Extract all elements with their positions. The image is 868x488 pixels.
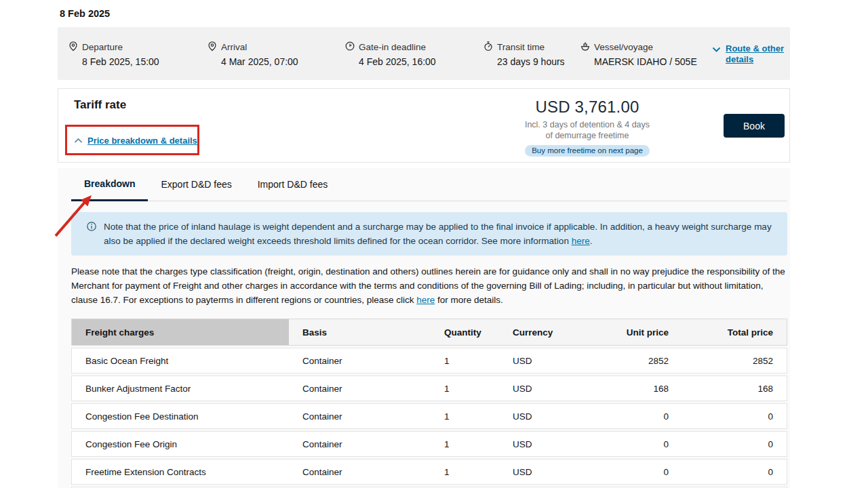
- charge-unit-price: 0: [574, 460, 669, 484]
- header-total-price: Total price: [669, 319, 787, 345]
- haulage-info-note: Note that the price of inland haulage is…: [71, 212, 787, 256]
- charge-unit-price: 168: [574, 376, 669, 401]
- disclaimer-here-link[interactable]: here: [416, 295, 435, 305]
- charge-basis: Container: [289, 460, 431, 484]
- charge-total-price: 2852: [669, 348, 787, 373]
- charge-currency: USD: [499, 376, 574, 401]
- summary-item-departure: Departure 8 Feb 2025, 15:00: [68, 41, 159, 67]
- summary-value: MAERSK IDAHO / 505E: [594, 56, 697, 67]
- summary-label: Gate-in deadline: [359, 42, 426, 52]
- charge-name: Basic Ocean Freight: [72, 348, 289, 373]
- charge-name: Freetime Extension Contracts: [72, 460, 289, 484]
- location-pin-icon: [68, 41, 79, 54]
- clock-icon: [344, 41, 355, 54]
- charge-basis: Container: [289, 348, 431, 373]
- note-text: Note that the price of inland haulage is…: [104, 220, 774, 256]
- charge-quantity: 1: [431, 460, 499, 484]
- charge-quantity: 1: [431, 348, 499, 373]
- table-row: Congestion Fee Origin Container 1 USD 0 …: [71, 431, 787, 457]
- header-quantity: Quantity: [431, 319, 499, 345]
- charge-currency: USD: [499, 432, 574, 456]
- note-text-body: Note that the price of inland haulage is…: [104, 222, 772, 246]
- summary-value: 23 days 9 hours: [497, 56, 565, 67]
- charge-currency: USD: [499, 348, 574, 373]
- summary-value: 4 Feb 2025, 16:00: [359, 56, 436, 67]
- tariff-price: USD 3,761.00: [506, 98, 669, 117]
- price-breakdown-toggle[interactable]: Price breakdown & details: [74, 134, 197, 146]
- summary-label: Departure: [82, 42, 123, 52]
- charge-quantity: 1: [431, 432, 499, 456]
- summary-label: Arrival: [221, 42, 247, 52]
- tariff-rate-card: Tariff rate Price breakdown & details US…: [58, 88, 790, 163]
- tariff-rate-title: Tariff rate: [74, 98, 126, 112]
- note-text-suffix: .: [590, 236, 593, 246]
- charges-disclaimer: Please note that the charges type classi…: [71, 264, 787, 307]
- charge-name: Congestion Fee Origin: [72, 432, 289, 456]
- summary-item-transit-time: Transit time 23 days 9 hours: [483, 41, 565, 67]
- vessel-icon: [580, 41, 591, 54]
- charge-total-price: 0: [669, 460, 787, 484]
- header-freight-charges: Freight charges: [72, 319, 289, 345]
- summary-item-arrival: Arrival 4 Mar 2025, 07:00: [207, 41, 298, 67]
- charge-currency: USD: [499, 404, 574, 428]
- charge-quantity: 1: [431, 404, 499, 428]
- table-row: Bunker Adjustment Factor Container 1 USD…: [71, 375, 787, 401]
- summary-label: Transit time: [497, 42, 545, 52]
- freight-charges-table: Freight charges Basis Quantity Currency …: [71, 319, 787, 488]
- info-icon: [86, 220, 97, 256]
- table-header-row: Freight charges Basis Quantity Currency …: [71, 319, 787, 346]
- charge-total-price: 0: [669, 432, 787, 456]
- tab-export-dnd-fees[interactable]: Export D&D fees: [148, 168, 244, 201]
- route-link-label: Route & other details: [726, 43, 789, 65]
- charge-name: Congestion Fee Destination: [72, 404, 289, 428]
- table-row: Basic Ocean Freight Container 1 USD 2852…: [71, 348, 787, 373]
- chevron-up-icon: [74, 134, 83, 146]
- freetime-note: Incl. 3 days of detention & 4 days of de…: [521, 119, 654, 141]
- book-button[interactable]: Book: [724, 114, 785, 138]
- price-breakdown-panel: Breakdown Export D&D fees Import D&D fee…: [58, 168, 790, 488]
- page-date-heading: 8 Feb 2025: [60, 8, 110, 19]
- price-breakdown-label: Price breakdown & details: [87, 136, 197, 146]
- header-basis: Basis: [289, 319, 431, 345]
- tab-breakdown[interactable]: Breakdown: [71, 168, 148, 201]
- charge-unit-price: 0: [574, 432, 669, 456]
- charge-unit-price: 0: [574, 404, 669, 428]
- breakdown-tabs: Breakdown Export D&D fees Import D&D fee…: [71, 168, 787, 201]
- summary-item-gate-in-deadline: Gate-in deadline 4 Feb 2025, 16:00: [344, 41, 436, 67]
- header-currency: Currency: [499, 319, 574, 345]
- charge-unit-price: 2852: [574, 348, 669, 373]
- charge-currency: USD: [499, 460, 574, 484]
- route-other-details-link[interactable]: Route & other details: [712, 43, 789, 65]
- summary-value: 8 Feb 2025, 15:00: [82, 56, 159, 67]
- header-unit-price: Unit price: [574, 319, 669, 345]
- charge-basis: Container: [289, 404, 431, 428]
- disclaimer-text-suffix: for more details.: [435, 295, 503, 305]
- charge-total-price: 168: [669, 376, 787, 401]
- table-row: Congestion Fee Destination Container 1 U…: [71, 403, 787, 429]
- charge-total-price: 0: [669, 404, 787, 428]
- charge-quantity: 1: [431, 376, 499, 401]
- summary-item-vessel-voyage: Vessel/voyage MAERSK IDAHO / 505E: [580, 41, 697, 67]
- tab-import-dnd-fees[interactable]: Import D&D fees: [245, 168, 340, 201]
- tariff-price-block: USD 3,761.00 Incl. 3 days of detention &…: [506, 98, 669, 157]
- stopwatch-icon: [483, 41, 494, 54]
- charge-basis: Container: [289, 376, 431, 401]
- shipment-summary-bar: Departure 8 Feb 2025, 15:00 Arrival 4 Ma…: [58, 27, 790, 80]
- note-here-link[interactable]: here: [572, 236, 590, 246]
- charge-name: Bunker Adjustment Factor: [72, 376, 289, 401]
- chevron-down-icon: [712, 43, 721, 65]
- summary-label: Vessel/voyage: [594, 42, 653, 52]
- freetime-badge: Buy more freetime on next page: [525, 145, 650, 157]
- charge-basis: Container: [289, 432, 431, 456]
- summary-value: 4 Mar 2025, 07:00: [221, 56, 298, 67]
- location-pin-icon: [207, 41, 218, 54]
- table-row: Freetime Extension Contracts Container 1…: [71, 459, 787, 485]
